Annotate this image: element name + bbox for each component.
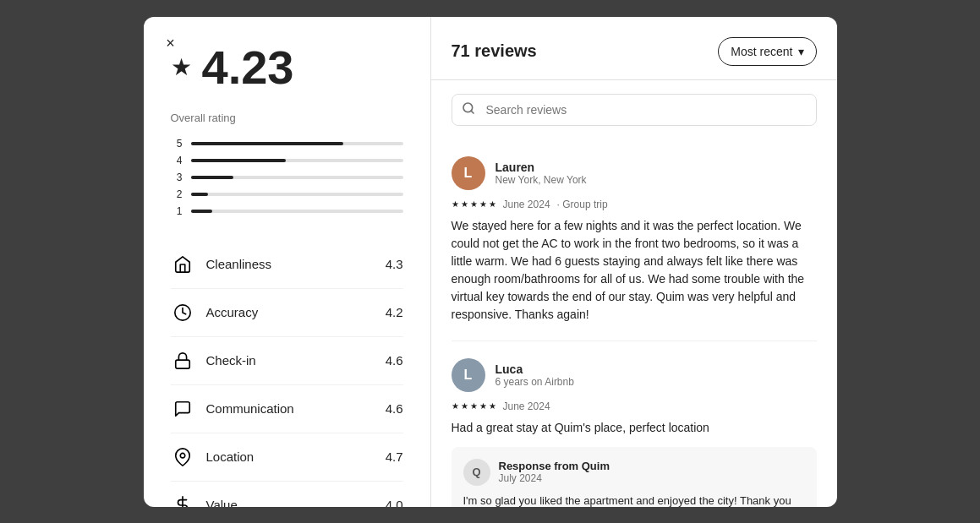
overall-label: Overall rating [171, 112, 403, 124]
response-name: Response from Quim [499, 460, 610, 472]
bar-fill [191, 210, 212, 213]
category-score: 4.0 [386, 498, 403, 507]
review-stars: ★ ★ ★ ★ ★ [452, 401, 496, 411]
close-button[interactable]: × [157, 30, 184, 57]
category-name: Accuracy [206, 305, 259, 319]
reviewer-name: Lauren [495, 161, 817, 174]
category-score: 4.6 [386, 353, 403, 368]
bar-track [191, 176, 403, 179]
value-icon [171, 493, 194, 507]
category-left: Check-in [171, 349, 256, 373]
category-left: Communication [171, 397, 294, 421]
response-date: July 2024 [499, 472, 610, 484]
bar-track [191, 210, 403, 213]
response-block: Q Response from Quim July 2024 I'm so gl… [452, 447, 817, 507]
category-left: Value [171, 493, 238, 507]
review-date: June 2024 [503, 199, 550, 210]
right-panel: 71 reviews Most recent ▾ [431, 17, 837, 507]
review-item: L Lauren New York, New York ★ ★ ★ ★ ★ Ju… [452, 139, 817, 341]
rating-bars: 5 4 3 2 1 [171, 138, 403, 217]
overall-rating: 4.23 [202, 44, 294, 91]
category-row-accuracy: Accuracy 4.2 [171, 289, 403, 337]
category-row-communication: Communication 4.6 [171, 385, 403, 433]
bar-track [191, 159, 403, 162]
trip-type-badge: · Group trip [557, 199, 608, 210]
search-icon [462, 101, 475, 118]
reviewer-row: L Luca 6 years on Airbnb [452, 358, 817, 392]
sort-label: Most recent [731, 45, 792, 58]
star-2: ★ [461, 401, 468, 411]
left-panel: ★ 4.23 Overall rating 5 4 3 2 1 [144, 17, 431, 507]
location-icon [171, 445, 194, 469]
reviews-count: 71 reviews [452, 41, 537, 61]
search-bar [452, 94, 817, 126]
category-row-cleanliness: Cleanliness 4.3 [171, 241, 403, 289]
avatar: L [452, 358, 485, 392]
sort-dropdown[interactable]: Most recent ▾ [718, 37, 816, 66]
reviewer-meta: 6 years on Airbnb [495, 376, 817, 388]
avatar: L [452, 156, 485, 190]
category-left: Cleanliness [171, 253, 272, 276]
category-row-checkin: Check-in 4.6 [171, 337, 403, 385]
response-text: I'm so glad you liked the apartment and … [463, 493, 805, 507]
right-header: 71 reviews Most recent ▾ [431, 17, 837, 80]
star-1: ★ [452, 199, 459, 209]
svg-rect-1 [175, 360, 189, 368]
bar-label: 1 [171, 205, 183, 217]
reviewer-meta: New York, New York [495, 174, 817, 186]
bar-row: 5 [171, 138, 403, 150]
bar-fill [191, 176, 233, 179]
star-3: ★ [470, 199, 478, 209]
search-input[interactable] [452, 94, 817, 126]
review-date-row: ★ ★ ★ ★ ★ June 2024 · Group trip [452, 199, 817, 210]
accuracy-icon [171, 301, 194, 324]
review-stars: ★ ★ ★ ★ ★ [452, 199, 496, 209]
review-date: June 2024 [503, 400, 550, 412]
bar-fill [191, 159, 287, 162]
star-3: ★ [470, 401, 478, 411]
modal-overlay[interactable]: × ★ 4.23 Overall rating 5 4 3 [0, 0, 980, 523]
response-header: Q Response from Quim July 2024 [463, 459, 805, 486]
chevron-down-icon: ▾ [798, 45, 804, 58]
review-item: L Luca 6 years on Airbnb ★ ★ ★ ★ ★ June … [452, 341, 817, 507]
reviewer-name: Luca [495, 362, 817, 376]
star-icon: ★ [171, 53, 192, 81]
bar-fill [191, 193, 208, 196]
review-text: Had a great stay at Quim's place, perfec… [452, 419, 817, 437]
svg-line-5 [471, 111, 474, 113]
bar-label: 3 [171, 172, 183, 183]
checkin-icon [171, 349, 194, 373]
category-name: Cleanliness [206, 257, 272, 271]
category-left: Location [171, 445, 255, 469]
category-name: Check-in [206, 353, 256, 368]
category-score: 4.6 [386, 401, 403, 416]
category-row-value: Value 4.0 [171, 482, 403, 507]
bar-row: 1 [171, 205, 403, 217]
reviews-modal: × ★ 4.23 Overall rating 5 4 3 [144, 17, 837, 507]
star-5: ★ [489, 401, 496, 411]
category-score: 4.7 [386, 449, 403, 464]
star-2: ★ [461, 199, 468, 209]
rating-header: ★ 4.23 [171, 44, 403, 91]
review-text: We stayed here for a few nights and it w… [452, 217, 817, 324]
bar-row: 4 [171, 155, 403, 166]
reviews-list: L Lauren New York, New York ★ ★ ★ ★ ★ Ju… [431, 139, 837, 507]
category-score: 4.2 [386, 305, 403, 319]
category-row-location: Location 4.7 [171, 433, 403, 482]
category-name: Value [206, 498, 238, 507]
star-5: ★ [489, 199, 496, 209]
svg-point-2 [180, 453, 185, 458]
bar-label: 5 [171, 138, 183, 150]
bar-row: 2 [171, 188, 403, 200]
cleanliness-icon [171, 253, 194, 276]
star-4: ★ [479, 199, 487, 209]
response-avatar: Q [463, 459, 490, 486]
bar-track [191, 193, 403, 196]
reviewer-info: Lauren New York, New York [495, 161, 817, 186]
communication-icon [171, 397, 194, 421]
category-name: Location [206, 449, 255, 464]
category-left: Accuracy [171, 301, 259, 324]
reviewer-row: L Lauren New York, New York [452, 156, 817, 190]
bar-label: 4 [171, 155, 183, 166]
bar-fill [191, 142, 344, 145]
